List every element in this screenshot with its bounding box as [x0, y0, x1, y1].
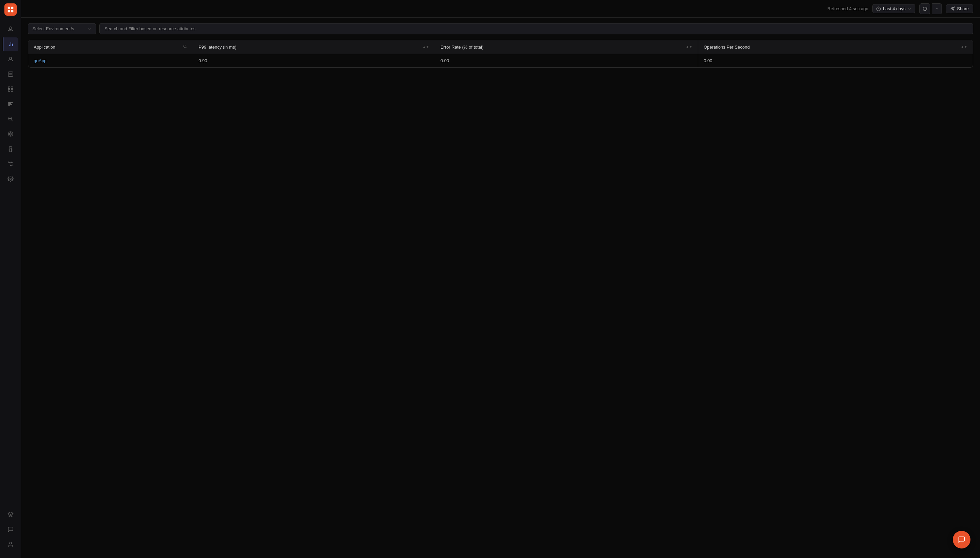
env-chevron-icon [87, 27, 92, 31]
filters-row: Select Environment/s Search and Filter b… [28, 23, 973, 34]
chevron-down-icon [908, 7, 912, 11]
svg-line-37 [11, 151, 12, 152]
sidebar-item-bug[interactable] [3, 142, 18, 156]
sidebar-bottom [3, 508, 18, 555]
sidebar-item-settings[interactable] [3, 172, 18, 185]
sidebar-item-grid[interactable] [3, 82, 18, 96]
svg-rect-2 [8, 10, 10, 12]
sidebar-item-rocket[interactable] [3, 23, 18, 36]
content-area: Select Environment/s Search and Filter b… [21, 18, 980, 558]
svg-line-22 [11, 120, 12, 121]
sidebar-item-layers[interactable] [3, 508, 18, 521]
svg-rect-15 [8, 90, 10, 92]
sidebar-item-target[interactable] [3, 127, 18, 141]
sidebar [0, 0, 21, 558]
refresh-dropdown-button[interactable] [932, 3, 942, 14]
svg-rect-14 [11, 87, 13, 89]
sidebar-item-flow[interactable] [3, 157, 18, 171]
cell-p99-latency: 0.90 [193, 54, 435, 68]
header: Refreshed 4 sec ago Last 4 days [21, 0, 980, 18]
svg-rect-0 [8, 7, 10, 9]
time-range-label: Last 4 days [883, 6, 906, 11]
refresh-status: Refreshed 4 sec ago [827, 6, 868, 11]
data-table-container: Application P9 [28, 40, 973, 68]
env-selector-label: Select Environment/s [32, 26, 74, 31]
sidebar-item-search[interactable] [3, 112, 18, 126]
refresh-button[interactable] [919, 3, 930, 14]
main-area: Refreshed 4 sec ago Last 4 days [21, 0, 980, 558]
app-link-goapp[interactable]: goApp [34, 58, 47, 63]
search-placeholder: Search and Filter based on resource attr… [104, 26, 197, 31]
svg-point-4 [10, 29, 11, 30]
cell-error-rate: 0.00 [435, 54, 698, 68]
svg-marker-42 [8, 512, 13, 515]
search-filter-bar[interactable]: Search and Filter based on resource attr… [99, 23, 973, 34]
cell-ops-per-second: 0.00 [698, 54, 973, 68]
chevron-down-small-icon [936, 7, 939, 11]
share-button[interactable]: Share [946, 4, 973, 13]
svg-point-41 [10, 178, 11, 180]
svg-line-48 [186, 47, 187, 48]
refresh-icon [922, 7, 927, 11]
ops-sort-icon[interactable]: ▲▼ [960, 45, 967, 49]
col-error-rate: Error Rate (% of total) ▲▼ [435, 40, 698, 54]
error-rate-sort-icon[interactable]: ▲▼ [685, 45, 692, 49]
svg-rect-16 [11, 90, 13, 92]
sidebar-item-list[interactable] [3, 67, 18, 81]
col-application: Application [28, 40, 193, 54]
table-body: goApp 0.90 0.00 0.00 [28, 54, 973, 68]
svg-point-8 [10, 57, 12, 59]
sidebar-item-user[interactable] [3, 538, 18, 551]
share-label: Share [957, 6, 969, 11]
svg-point-27 [10, 134, 11, 134]
svg-line-36 [10, 151, 10, 152]
environment-selector[interactable]: Select Environment/s [28, 23, 96, 34]
applications-table: Application P9 [28, 40, 973, 67]
svg-point-39 [12, 165, 13, 166]
svg-point-47 [183, 45, 186, 48]
table-header: Application P9 [28, 40, 973, 54]
cell-application: goApp [28, 54, 193, 68]
svg-point-40 [11, 162, 12, 163]
col-ops-per-second: Operations Per Second ▲▼ [698, 40, 973, 54]
time-range-selector[interactable]: Last 4 days [873, 4, 916, 13]
share-icon [950, 7, 955, 11]
sidebar-nav [0, 23, 21, 508]
application-search-icon[interactable] [183, 44, 187, 50]
sidebar-item-lines[interactable] [3, 97, 18, 111]
clock-icon [876, 7, 881, 11]
svg-rect-1 [11, 7, 13, 9]
sidebar-item-person[interactable] [3, 53, 18, 66]
svg-point-43 [10, 542, 12, 544]
sidebar-item-chart[interactable] [3, 38, 18, 51]
chat-fab-button[interactable] [953, 531, 970, 548]
logo[interactable] [5, 3, 16, 16]
svg-rect-3 [11, 10, 13, 12]
col-p99-latency: P99 latency (in ms) ▲▼ [193, 40, 435, 54]
svg-rect-13 [8, 87, 10, 89]
chat-fab-icon [958, 536, 965, 543]
table-row: goApp 0.90 0.00 0.00 [28, 54, 973, 68]
sidebar-item-chat[interactable] [3, 523, 18, 536]
p99-sort-icon[interactable]: ▲▼ [422, 45, 429, 49]
